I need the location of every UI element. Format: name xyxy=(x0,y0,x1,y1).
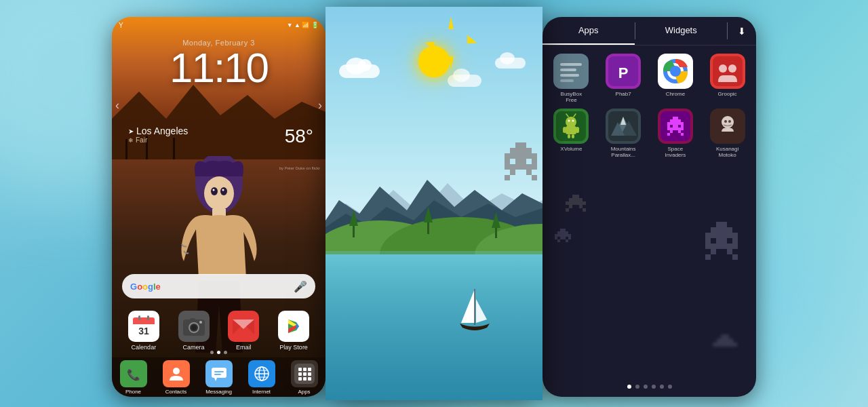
app-groopic[interactable]: Groopic xyxy=(704,54,751,103)
spaceinvaders-icon xyxy=(658,109,693,144)
dock-messaging[interactable]: Messaging xyxy=(200,360,237,395)
contacts-icon xyxy=(163,360,190,387)
svg-rect-220 xyxy=(725,343,729,347)
dock-apps[interactable]: Apps xyxy=(285,360,323,395)
page-dot-3[interactable] xyxy=(224,351,227,354)
phone-icon: 📞 xyxy=(120,360,147,387)
svg-rect-186 xyxy=(722,222,727,227)
drawer-page-indicators xyxy=(542,385,756,389)
mic-icon[interactable]: 🎤 xyxy=(294,280,307,293)
app-mountains-parallax[interactable]: MountainsParallax... xyxy=(600,109,647,158)
svg-rect-89 xyxy=(510,153,515,159)
page-dot-2[interactable] xyxy=(217,351,220,354)
svg-rect-22 xyxy=(190,318,195,321)
app-email[interactable]: Email xyxy=(223,311,264,351)
svg-rect-221 xyxy=(729,343,733,347)
svg-rect-84 xyxy=(510,148,515,153)
phab7-icon: P xyxy=(606,54,641,89)
svg-rect-148 xyxy=(675,122,678,125)
left-panel: Y ▼ ▲ 📶 🔋 Monday, February 3 11:10 ➤ Los… xyxy=(112,17,326,397)
svg-point-36 xyxy=(173,368,180,374)
svg-rect-154 xyxy=(681,125,684,128)
drawer-dot-2[interactable] xyxy=(635,385,639,389)
nav-right-arrow[interactable]: › xyxy=(318,98,322,113)
svg-marker-80 xyxy=(476,299,487,323)
svg-rect-95 xyxy=(515,159,521,164)
app-calendar[interactable]: 31 Calendar xyxy=(123,311,164,351)
svg-rect-143 xyxy=(675,119,678,122)
svg-rect-87 xyxy=(526,148,532,153)
svg-point-11 xyxy=(222,189,224,191)
svg-rect-215 xyxy=(725,338,729,343)
svg-point-124 xyxy=(568,120,570,122)
app-space-invaders[interactable]: SpaceInvaders xyxy=(652,109,699,158)
dock-contacts[interactable]: Contacts xyxy=(157,360,195,395)
drawer-dot-5[interactable] xyxy=(660,385,664,389)
svg-rect-155 xyxy=(667,128,670,130)
svg-rect-192 xyxy=(711,233,716,238)
svg-rect-92 xyxy=(526,153,532,159)
drawer-dot-3[interactable] xyxy=(644,385,648,389)
email-icon xyxy=(228,311,259,342)
drawer-dot-1[interactable] xyxy=(627,385,631,389)
svg-rect-178 xyxy=(576,201,579,205)
svg-rect-216 xyxy=(729,338,733,343)
drawer-dot-4[interactable] xyxy=(652,385,656,389)
download-button[interactable]: ⬇ xyxy=(728,26,756,37)
svg-rect-187 xyxy=(711,227,716,233)
svg-rect-160 xyxy=(681,128,684,130)
app-kusanagi[interactable]: KusanagiMotoko xyxy=(704,109,751,158)
svg-rect-202 xyxy=(711,244,716,249)
tab-apps[interactable]: Apps xyxy=(542,17,635,45)
svg-point-120 xyxy=(719,64,727,73)
apps-grid-icon xyxy=(291,360,318,387)
dock-phone[interactable]: 📞 Phone xyxy=(115,360,152,395)
app-row: 31 Calendar xyxy=(119,311,319,351)
drawer-dot-6[interactable] xyxy=(668,385,672,389)
svg-rect-174 xyxy=(579,198,583,201)
groopic-label: Groopic xyxy=(718,91,737,97)
svg-rect-210 xyxy=(732,254,738,260)
svg-rect-109 xyxy=(560,63,582,66)
svg-rect-212 xyxy=(725,334,729,338)
app-phab7[interactable]: P Phab7 xyxy=(600,54,647,103)
svg-rect-142 xyxy=(673,119,675,122)
search-bar[interactable]: Google 🎤 xyxy=(122,274,315,298)
svg-rect-188 xyxy=(716,227,722,233)
kusanagi-label: KusanagiMotoko xyxy=(716,146,738,158)
svg-rect-157 xyxy=(673,128,675,130)
svg-rect-145 xyxy=(667,122,670,125)
svg-rect-189 xyxy=(722,227,727,233)
app-camera[interactable]: Camera xyxy=(174,311,214,351)
tab-widgets[interactable]: Widgets xyxy=(635,17,728,45)
svg-rect-235 xyxy=(555,237,557,239)
svg-rect-96 xyxy=(521,159,526,164)
status-bar-right: ▼ ▲ 📶 🔋 xyxy=(287,22,319,28)
svg-rect-153 xyxy=(675,125,678,128)
xvolume-icon xyxy=(553,109,589,144)
app-chrome[interactable]: Chrome xyxy=(652,54,699,103)
app-busybox[interactable]: BusyBoxFree xyxy=(548,54,595,103)
svg-rect-56 xyxy=(303,377,307,381)
app-xvolume[interactable]: XVolume xyxy=(548,109,595,158)
svg-rect-191 xyxy=(705,233,711,238)
svg-rect-104 xyxy=(510,170,515,175)
svg-rect-180 xyxy=(583,201,586,205)
svg-point-167 xyxy=(724,120,727,123)
calendar-label: Calendar xyxy=(132,344,157,351)
svg-rect-111 xyxy=(560,74,579,77)
svg-rect-50 xyxy=(303,368,307,371)
dock-internet[interactable]: Internet xyxy=(243,360,280,395)
svg-rect-140 xyxy=(675,117,678,119)
svg-rect-82 xyxy=(515,142,521,148)
svg-rect-197 xyxy=(705,238,711,244)
app-playstore[interactable]: Play Store xyxy=(273,311,314,351)
nav-left-arrow[interactable]: ‹ xyxy=(115,98,119,113)
svg-rect-97 xyxy=(532,159,537,164)
svg-rect-57 xyxy=(308,377,311,381)
kusanagi-icon xyxy=(710,109,745,144)
svg-rect-230 xyxy=(557,234,560,237)
svg-rect-93 xyxy=(532,153,537,159)
page-dot-1[interactable] xyxy=(210,351,214,354)
lock-time: 11:10 xyxy=(170,47,268,89)
